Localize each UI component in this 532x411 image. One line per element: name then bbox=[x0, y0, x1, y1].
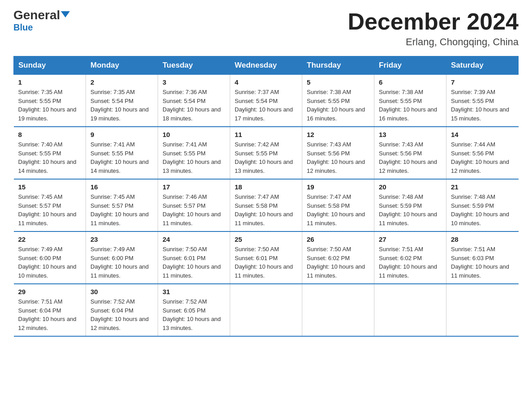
day-info: Sunrise: 7:35 AMSunset: 5:54 PMDaylight:… bbox=[90, 89, 149, 122]
day-number: 26 bbox=[307, 235, 369, 243]
calendar-day-cell bbox=[374, 284, 446, 336]
calendar-week-row: 1 Sunrise: 7:35 AMSunset: 5:55 PMDayligh… bbox=[14, 75, 519, 127]
day-info: Sunrise: 7:51 AMSunset: 6:04 PMDaylight:… bbox=[18, 298, 77, 331]
calendar-week-row: 29 Sunrise: 7:51 AMSunset: 6:04 PMDaylig… bbox=[14, 284, 519, 336]
calendar-week-row: 8 Sunrise: 7:40 AMSunset: 5:55 PMDayligh… bbox=[14, 127, 519, 179]
day-info: Sunrise: 7:49 AMSunset: 6:00 PMDaylight:… bbox=[18, 246, 77, 279]
day-number: 8 bbox=[18, 131, 82, 138]
day-info: Sunrise: 7:36 AMSunset: 5:54 PMDaylight:… bbox=[163, 89, 221, 122]
calendar-day-cell: 12 Sunrise: 7:43 AMSunset: 5:56 PMDaylig… bbox=[302, 127, 374, 179]
calendar-day-cell: 24 Sunrise: 7:50 AMSunset: 6:01 PMDaylig… bbox=[158, 231, 230, 284]
day-number: 13 bbox=[379, 131, 442, 138]
day-info: Sunrise: 7:38 AMSunset: 5:55 PMDaylight:… bbox=[307, 89, 365, 122]
day-number: 17 bbox=[163, 183, 225, 191]
calendar-day-cell: 16 Sunrise: 7:45 AMSunset: 5:57 PMDaylig… bbox=[86, 179, 158, 231]
day-info: Sunrise: 7:51 AMSunset: 6:03 PMDaylight:… bbox=[451, 246, 509, 279]
calendar-day-cell: 2 Sunrise: 7:35 AMSunset: 5:54 PMDayligh… bbox=[86, 75, 158, 127]
calendar-day-cell: 22 Sunrise: 7:49 AMSunset: 6:00 PMDaylig… bbox=[14, 231, 86, 284]
logo-text: General bbox=[13, 9, 70, 21]
calendar-day-cell: 9 Sunrise: 7:41 AMSunset: 5:55 PMDayligh… bbox=[86, 127, 158, 179]
day-number: 25 bbox=[235, 235, 297, 243]
day-number: 12 bbox=[307, 131, 369, 138]
day-number: 16 bbox=[90, 183, 153, 191]
calendar-day-cell: 25 Sunrise: 7:50 AMSunset: 6:01 PMDaylig… bbox=[230, 231, 302, 284]
day-info: Sunrise: 7:39 AMSunset: 5:55 PMDaylight:… bbox=[451, 89, 509, 122]
calendar-day-cell: 27 Sunrise: 7:51 AMSunset: 6:02 PMDaylig… bbox=[374, 231, 446, 284]
logo: General Blue bbox=[13, 9, 70, 33]
month-year-title: December 2024 bbox=[348, 9, 519, 34]
day-info: Sunrise: 7:41 AMSunset: 5:55 PMDaylight:… bbox=[163, 141, 221, 174]
calendar-day-cell: 15 Sunrise: 7:45 AMSunset: 5:57 PMDaylig… bbox=[14, 179, 86, 231]
day-info: Sunrise: 7:44 AMSunset: 5:56 PMDaylight:… bbox=[451, 141, 509, 174]
day-info: Sunrise: 7:38 AMSunset: 5:55 PMDaylight:… bbox=[379, 89, 437, 122]
weekday-header-wednesday: Wednesday bbox=[230, 56, 302, 75]
day-info: Sunrise: 7:35 AMSunset: 5:55 PMDaylight:… bbox=[18, 89, 77, 122]
day-number: 24 bbox=[163, 235, 225, 243]
calendar-day-cell: 26 Sunrise: 7:50 AMSunset: 6:02 PMDaylig… bbox=[302, 231, 374, 284]
page-header: General Blue December 2024 Erlang, Chong… bbox=[13, 9, 519, 48]
logo-blue: Blue bbox=[13, 22, 33, 33]
day-info: Sunrise: 7:50 AMSunset: 6:02 PMDaylight:… bbox=[307, 246, 365, 279]
day-info: Sunrise: 7:49 AMSunset: 6:00 PMDaylight:… bbox=[90, 246, 149, 279]
day-number: 14 bbox=[451, 131, 514, 138]
calendar-day-cell: 11 Sunrise: 7:42 AMSunset: 5:55 PMDaylig… bbox=[230, 127, 302, 179]
day-number: 15 bbox=[18, 183, 82, 191]
day-number: 11 bbox=[235, 131, 297, 138]
day-number: 31 bbox=[163, 288, 225, 295]
day-info: Sunrise: 7:50 AMSunset: 6:01 PMDaylight:… bbox=[163, 246, 221, 279]
weekday-header-friday: Friday bbox=[374, 56, 446, 75]
day-info: Sunrise: 7:40 AMSunset: 5:55 PMDaylight:… bbox=[18, 141, 77, 174]
calendar-day-cell: 20 Sunrise: 7:48 AMSunset: 5:59 PMDaylig… bbox=[374, 179, 446, 231]
day-number: 22 bbox=[18, 235, 82, 243]
day-number: 7 bbox=[451, 78, 514, 86]
calendar-header: SundayMondayTuesdayWednesdayThursdayFrid… bbox=[14, 56, 519, 75]
day-number: 5 bbox=[307, 78, 369, 86]
day-number: 4 bbox=[235, 78, 297, 86]
calendar-day-cell bbox=[302, 284, 374, 336]
day-number: 18 bbox=[235, 183, 297, 191]
calendar-day-cell: 5 Sunrise: 7:38 AMSunset: 5:55 PMDayligh… bbox=[302, 75, 374, 127]
day-number: 9 bbox=[90, 131, 153, 138]
day-number: 3 bbox=[163, 78, 225, 86]
calendar-day-cell: 29 Sunrise: 7:51 AMSunset: 6:04 PMDaylig… bbox=[14, 284, 86, 336]
day-number: 6 bbox=[379, 78, 442, 86]
calendar-body: 1 Sunrise: 7:35 AMSunset: 5:55 PMDayligh… bbox=[14, 75, 519, 337]
day-number: 23 bbox=[90, 235, 153, 243]
day-number: 29 bbox=[18, 288, 82, 295]
weekday-header-row: SundayMondayTuesdayWednesdayThursdayFrid… bbox=[14, 56, 519, 75]
day-number: 20 bbox=[379, 183, 442, 191]
calendar-day-cell: 14 Sunrise: 7:44 AMSunset: 5:56 PMDaylig… bbox=[446, 127, 519, 179]
day-number: 19 bbox=[307, 183, 369, 191]
title-area: December 2024 Erlang, Chongqing, China bbox=[348, 9, 519, 48]
day-info: Sunrise: 7:52 AMSunset: 6:04 PMDaylight:… bbox=[90, 298, 149, 331]
calendar-day-cell: 18 Sunrise: 7:47 AMSunset: 5:58 PMDaylig… bbox=[230, 179, 302, 231]
weekday-header-saturday: Saturday bbox=[446, 56, 519, 75]
day-info: Sunrise: 7:43 AMSunset: 5:56 PMDaylight:… bbox=[379, 141, 437, 174]
calendar-day-cell: 4 Sunrise: 7:37 AMSunset: 5:54 PMDayligh… bbox=[230, 75, 302, 127]
day-number: 2 bbox=[90, 78, 153, 86]
day-info: Sunrise: 7:43 AMSunset: 5:56 PMDaylight:… bbox=[307, 141, 365, 174]
day-info: Sunrise: 7:47 AMSunset: 5:58 PMDaylight:… bbox=[307, 193, 365, 227]
weekday-header-sunday: Sunday bbox=[14, 56, 86, 75]
day-number: 28 bbox=[451, 235, 514, 243]
day-number: 1 bbox=[18, 78, 82, 86]
day-info: Sunrise: 7:50 AMSunset: 6:01 PMDaylight:… bbox=[235, 246, 293, 279]
weekday-header-monday: Monday bbox=[86, 56, 158, 75]
weekday-header-tuesday: Tuesday bbox=[158, 56, 230, 75]
day-info: Sunrise: 7:52 AMSunset: 6:05 PMDaylight:… bbox=[163, 298, 221, 331]
calendar-day-cell: 17 Sunrise: 7:46 AMSunset: 5:57 PMDaylig… bbox=[158, 179, 230, 231]
day-info: Sunrise: 7:47 AMSunset: 5:58 PMDaylight:… bbox=[235, 193, 293, 227]
day-info: Sunrise: 7:41 AMSunset: 5:55 PMDaylight:… bbox=[90, 141, 149, 174]
day-info: Sunrise: 7:45 AMSunset: 5:57 PMDaylight:… bbox=[18, 193, 77, 227]
calendar-day-cell: 1 Sunrise: 7:35 AMSunset: 5:55 PMDayligh… bbox=[14, 75, 86, 127]
calendar-table: SundayMondayTuesdayWednesdayThursdayFrid… bbox=[13, 56, 519, 337]
calendar-week-row: 22 Sunrise: 7:49 AMSunset: 6:00 PMDaylig… bbox=[14, 231, 519, 284]
day-info: Sunrise: 7:46 AMSunset: 5:57 PMDaylight:… bbox=[163, 193, 221, 227]
calendar-day-cell: 6 Sunrise: 7:38 AMSunset: 5:55 PMDayligh… bbox=[374, 75, 446, 127]
day-info: Sunrise: 7:42 AMSunset: 5:55 PMDaylight:… bbox=[235, 141, 293, 174]
calendar-day-cell: 23 Sunrise: 7:49 AMSunset: 6:00 PMDaylig… bbox=[86, 231, 158, 284]
calendar-day-cell bbox=[446, 284, 519, 336]
day-number: 30 bbox=[90, 288, 153, 295]
calendar-day-cell: 8 Sunrise: 7:40 AMSunset: 5:55 PMDayligh… bbox=[14, 127, 86, 179]
calendar-day-cell: 28 Sunrise: 7:51 AMSunset: 6:03 PMDaylig… bbox=[446, 231, 519, 284]
